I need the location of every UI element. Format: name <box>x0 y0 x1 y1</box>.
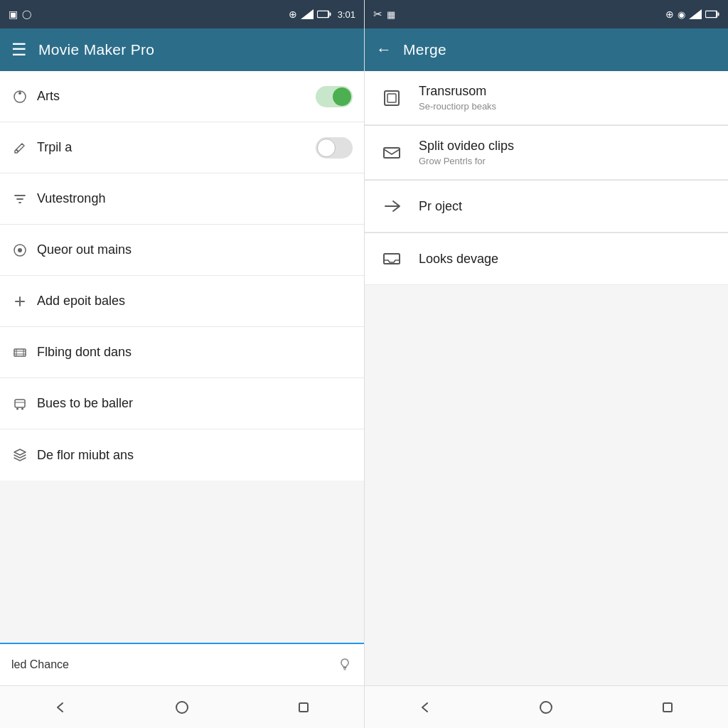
wifi-status-icon: ◯ <box>22 9 31 19</box>
input-bar[interactable]: led Chance <box>0 643 364 685</box>
transrusom-subtitle: Se-rouctiorp beaks <box>419 101 496 112</box>
transrusom-title: Transrusom <box>419 84 496 99</box>
looks-title: Looks devage <box>419 252 498 267</box>
back-button[interactable] <box>46 693 75 722</box>
list-item-deflor[interactable]: De flor miubt ans <box>0 429 364 481</box>
flbing-label: Flbing dont dans <box>37 345 132 360</box>
arts-toggle[interactable] <box>316 86 353 107</box>
left-panel: ▣ ◯ ⊕ 3:01 ☰ Movie Maker Pro <box>0 0 364 728</box>
right-home-button[interactable] <box>532 693 560 722</box>
svg-rect-2 <box>329 13 331 16</box>
tune-icon <box>11 242 28 259</box>
input-bar-text[interactable]: led Chance <box>11 658 328 671</box>
svg-point-7 <box>18 248 22 252</box>
right-app-bar: ← Merge <box>365 28 728 71</box>
right-status-bar: ✂ ▦ ⊕ ◉ <box>365 0 728 28</box>
battery-icon <box>317 10 331 18</box>
lamp-icon <box>337 657 353 673</box>
home-button[interactable] <box>168 693 196 722</box>
inbox-icon <box>379 246 405 272</box>
menu-item-transrusom[interactable]: Transrusom Se-rouctiorp beaks <box>365 71 728 125</box>
globe-icon: ⊕ <box>289 9 297 20</box>
right-battery-icon <box>705 10 719 18</box>
svg-point-12 <box>176 702 188 713</box>
widget-icon: ▦ <box>387 9 395 20</box>
add-icon <box>11 293 28 310</box>
svg-point-10 <box>16 407 18 410</box>
svg-rect-16 <box>718 13 719 16</box>
list-item-add[interactable]: Add epoit bales <box>0 276 364 327</box>
deflor-label: De flor miubt ans <box>37 448 134 463</box>
film-icon <box>11 344 28 361</box>
list-item-bues[interactable]: Bues to be baller <box>0 378 364 429</box>
right-back-button[interactable] <box>411 693 439 722</box>
svg-rect-17 <box>706 11 716 17</box>
trpil-toggle[interactable] <box>316 137 353 159</box>
svg-rect-23 <box>663 703 672 712</box>
svg-rect-8 <box>14 349 26 356</box>
left-app-bar: ☰ Movie Maker Pro <box>0 28 364 71</box>
merge-title: Merge <box>403 41 446 58</box>
recent-button[interactable] <box>289 693 318 722</box>
square-icon <box>379 85 405 111</box>
left-bottom-nav <box>0 685 364 728</box>
left-status-bar: ▣ ◯ ⊕ 3:01 <box>0 0 364 28</box>
svg-point-22 <box>540 702 552 713</box>
svg-rect-13 <box>299 703 308 712</box>
svg-marker-14 <box>689 9 702 19</box>
right-spacer <box>365 285 728 685</box>
right-status-left: ✂ ▦ <box>373 8 395 21</box>
list-item-vutes[interactable]: Vutestrongh <box>0 173 364 225</box>
add-label: Add epoit bales <box>37 294 125 309</box>
vutes-label: Vutestrongh <box>37 191 105 206</box>
app-title: Movie Maker Pro <box>38 41 154 58</box>
menu-item-project[interactable]: Pr oject <box>365 181 728 232</box>
split-subtitle: Grow Pentrls for <box>419 156 514 166</box>
right-signal-icon <box>689 9 702 19</box>
arts-label: Arts <box>37 89 60 104</box>
signal-icon <box>301 9 314 19</box>
layers-icon <box>11 446 28 464</box>
trpil-label: Trpil a <box>37 140 72 155</box>
notification-icon: ▣ <box>9 9 18 20</box>
right-recent-button[interactable] <box>653 693 682 722</box>
svg-rect-20 <box>384 148 400 158</box>
list-item-flbing[interactable]: Flbing dont dans <box>0 327 364 378</box>
svg-rect-19 <box>387 94 396 102</box>
split-title: Split ovideo clips <box>419 139 514 154</box>
edit-icon <box>11 139 28 156</box>
arrow-right-icon <box>379 193 405 219</box>
svg-marker-0 <box>301 9 314 19</box>
svg-rect-3 <box>318 11 328 17</box>
bus-icon <box>11 395 28 412</box>
palette-icon <box>11 88 28 105</box>
scissors-icon: ✂ <box>373 8 382 21</box>
status-bar-right: ⊕ 3:01 <box>289 9 355 20</box>
svg-point-11 <box>21 407 23 410</box>
right-status-right: ⊕ ◉ <box>665 9 719 20</box>
list-item-trpil[interactable]: Trpil a <box>0 122 364 173</box>
right-shield-icon: ◉ <box>678 9 685 20</box>
menu-item-looks[interactable]: Looks devage <box>365 233 728 285</box>
left-list: Arts Trpil a Vutestrongh <box>0 71 364 643</box>
status-bar-left-icons: ▣ ◯ <box>9 9 31 20</box>
envelope-icon <box>379 140 405 166</box>
list-item-queor[interactable]: Queor out mains <box>0 225 364 276</box>
project-title: Pr oject <box>419 199 462 214</box>
queor-label: Queor out mains <box>37 242 132 257</box>
svg-rect-18 <box>385 91 399 105</box>
right-bottom-nav <box>365 685 728 728</box>
back-arrow[interactable]: ← <box>376 41 392 59</box>
svg-rect-9 <box>15 400 25 407</box>
svg-point-5 <box>18 92 21 95</box>
menu-item-split[interactable]: Split ovideo clips Grow Pentrls for <box>365 126 728 180</box>
bues-label: Bues to be baller <box>37 396 133 411</box>
time-display: 3:01 <box>338 9 355 20</box>
right-menu-list: Transrusom Se-rouctiorp beaks Split ovid… <box>365 71 728 285</box>
filter-icon <box>11 191 28 208</box>
right-panel: ✂ ▦ ⊕ ◉ ← Merge <box>364 0 728 728</box>
menu-icon[interactable]: ☰ <box>11 40 27 60</box>
right-globe-icon: ⊕ <box>665 9 674 20</box>
list-item-arts[interactable]: Arts <box>0 71 364 122</box>
